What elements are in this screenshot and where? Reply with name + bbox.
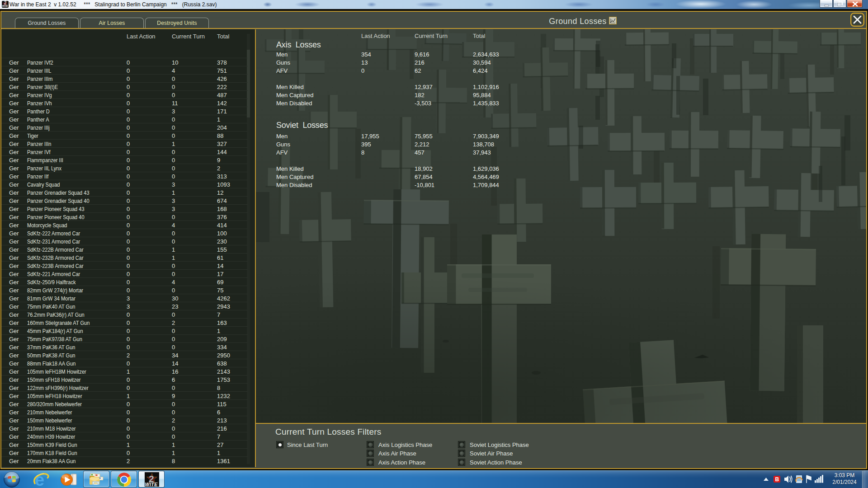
svg-text:WITE: WITE [145,482,158,487]
svg-text:B: B [775,476,779,483]
